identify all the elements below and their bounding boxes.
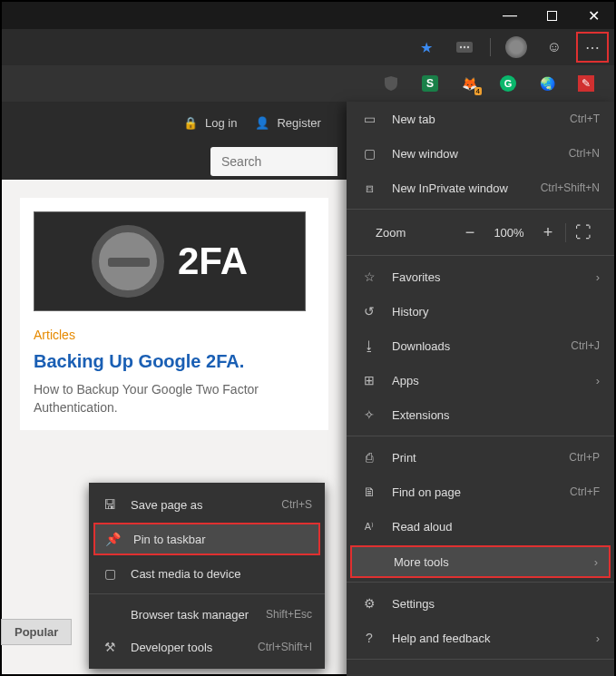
- article-title[interactable]: Backing Up Google 2FA.: [34, 351, 315, 372]
- bookmark-star-button[interactable]: ★: [410, 32, 443, 63]
- menu-favorites[interactable]: ☆Favorites›: [347, 260, 614, 294]
- zoom-label: Zoom: [361, 226, 453, 240]
- zoom-value: 100%: [487, 226, 531, 240]
- maximize-button[interactable]: [531, 2, 572, 29]
- close-button[interactable]: ✕: [572, 2, 614, 29]
- feedback-smile-button[interactable]: ☺: [538, 32, 571, 63]
- zoom-in-button[interactable]: +: [531, 223, 565, 242]
- save-icon: 🖫: [102, 497, 118, 512]
- menu-find[interactable]: 🗎Find on pageCtrl+F: [347, 475, 614, 509]
- more-tools-submenu: 🖫Save page asCtrl+S 📌Pin to taskbar ▢Cas…: [89, 483, 325, 669]
- banner-text: 2FA: [178, 240, 248, 283]
- titlebar: — ✕: [2, 2, 614, 29]
- menu-close-edge[interactable]: Close Microsoft Edge: [347, 663, 614, 676]
- menu-settings[interactable]: ⚙Settings: [347, 586, 614, 621]
- cast-icon: ▢: [102, 566, 118, 581]
- menu-more-tools[interactable]: More tools›: [350, 545, 611, 578]
- popular-tab[interactable]: Popular: [1, 619, 72, 645]
- chevron-right-icon: ›: [596, 632, 600, 645]
- pin-icon: 📌: [104, 532, 121, 546]
- svg-point-3: [464, 46, 465, 48]
- browser-toolbar: ★ ☺ ⋯: [2, 29, 614, 65]
- article-description: How to Backup Your Google Two Factor Aut…: [34, 381, 315, 416]
- chevron-right-icon: ›: [594, 555, 598, 569]
- search-input[interactable]: [210, 147, 337, 176]
- menu-extensions[interactable]: ✧Extensions: [347, 397, 614, 432]
- star-icon: ☆: [361, 269, 377, 284]
- submenu-dev-tools[interactable]: ⚒Developer toolsCtrl+Shift+I: [89, 631, 325, 663]
- fullscreen-button[interactable]: ⛶: [565, 223, 600, 242]
- extension-fox-icon[interactable]: 🦊4: [460, 74, 478, 93]
- extension-pen-icon[interactable]: ✎: [578, 75, 594, 92]
- grammarly-icon[interactable]: G: [500, 75, 516, 92]
- apps-icon: ⊞: [361, 373, 377, 387]
- submenu-cast[interactable]: ▢Cast media to device: [89, 557, 325, 590]
- authenticator-icon: [92, 225, 164, 298]
- person-icon: 👤: [255, 116, 269, 130]
- submenu-save-page[interactable]: 🖫Save page asCtrl+S: [89, 488, 325, 521]
- svg-point-2: [460, 46, 462, 48]
- zoom-out-button[interactable]: −: [453, 223, 487, 242]
- extensions-icon: ✧: [361, 407, 377, 422]
- gear-icon: ⚙: [361, 596, 377, 611]
- main-context-menu: ▭New tabCtrl+T ▢New windowCtrl+N ⧈New In…: [347, 102, 614, 676]
- extension-s-icon[interactable]: S: [422, 75, 438, 92]
- extension-flag-icon[interactable]: 🌏: [538, 74, 556, 93]
- menu-zoom: Zoom − 100% + ⛶: [347, 213, 614, 251]
- article-banner: 2FA: [34, 211, 306, 311]
- devtools-icon: ⚒: [102, 640, 118, 654]
- print-icon: ⎙: [361, 450, 377, 465]
- profile-avatar[interactable]: [500, 32, 533, 63]
- menu-downloads[interactable]: ⭳DownloadsCtrl+J: [347, 328, 614, 363]
- menu-help[interactable]: ?Help and feedback›: [347, 621, 614, 655]
- menu-history[interactable]: ↺History: [347, 294, 614, 328]
- menu-new-tab[interactable]: ▭New tabCtrl+T: [347, 102, 614, 136]
- inprivate-icon: ⧈: [361, 181, 377, 196]
- menu-print[interactable]: ⎙PrintCtrl+P: [347, 440, 614, 475]
- article-card: 2FA Articles Backing Up Google 2FA. How …: [20, 198, 328, 430]
- reading-list-button[interactable]: [448, 32, 481, 63]
- svg-point-4: [467, 46, 469, 48]
- extensions-bar: S 🦊4 G 🌏 ✎: [2, 65, 614, 102]
- submenu-task-manager[interactable]: Browser task managerShift+Esc: [89, 598, 325, 631]
- lock-icon: 🔒: [183, 116, 198, 130]
- chevron-right-icon: ›: [596, 374, 600, 387]
- svg-rect-0: [547, 11, 556, 20]
- window-icon: ▢: [361, 146, 377, 161]
- minimize-button[interactable]: —: [489, 2, 531, 29]
- register-link[interactable]: 👤Register: [255, 116, 320, 130]
- menu-apps[interactable]: ⊞Apps›: [347, 363, 614, 397]
- login-link[interactable]: 🔒Log in: [183, 116, 237, 130]
- menu-inprivate[interactable]: ⧈New InPrivate windowCtrl+Shift+N: [347, 171, 614, 205]
- download-icon: ⭳: [361, 338, 377, 353]
- menu-read-aloud[interactable]: A⁾Read aloud: [347, 509, 614, 544]
- chevron-right-icon: ›: [596, 270, 600, 284]
- menu-new-window[interactable]: ▢New windowCtrl+N: [347, 136, 614, 171]
- read-aloud-icon: A⁾: [361, 521, 377, 533]
- find-icon: 🗎: [361, 485, 377, 499]
- history-icon: ↺: [361, 304, 377, 318]
- help-icon: ?: [361, 631, 377, 645]
- submenu-pin-taskbar[interactable]: 📌Pin to taskbar: [93, 523, 320, 555]
- ublock-icon[interactable]: [382, 74, 400, 93]
- more-menu-button[interactable]: ⋯: [576, 32, 609, 63]
- article-category[interactable]: Articles: [34, 328, 315, 342]
- tab-icon: ▭: [361, 112, 377, 126]
